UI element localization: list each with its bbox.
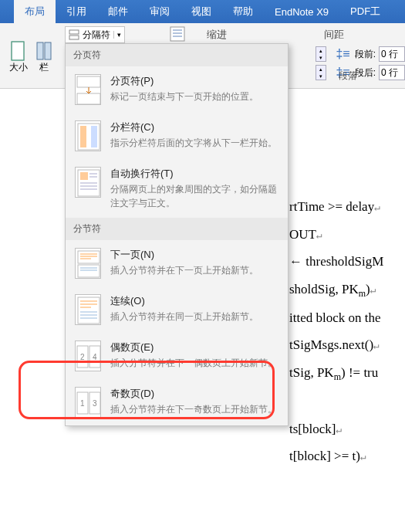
tab-endnote[interactable]: EndNote X9 [264, 0, 339, 23]
svg-text:3: 3 [93, 399, 97, 408]
menu-item-continuous[interactable]: 连续(O) 插入分节符并在同一页上开始新节。 [66, 286, 288, 333]
svg-rect-6 [170, 27, 184, 41]
menu-item-title: 连续(O) [110, 294, 278, 308]
menu-item-text-wrapping-break[interactable]: 自动换行符(T) 分隔网页上的对象周围的文字，如分隔题注文字与正文。 [66, 159, 288, 218]
breaks-label: 分隔符 [83, 29, 110, 42]
page-break-icon [75, 74, 101, 105]
spacing-label: 间距 [324, 28, 344, 42]
dropdown-header-section-breaks: 分节符 [66, 218, 288, 240]
indent-label: 缩进 [207, 28, 227, 42]
continuous-icon [75, 294, 101, 325]
svg-rect-10 [77, 76, 100, 87]
svg-rect-22 [78, 251, 100, 263]
svg-rect-5 [69, 36, 79, 39]
spacing-before-icon: ‡≡ [336, 47, 349, 61]
indent-icon [170, 26, 185, 42]
spacing-before-input[interactable] [379, 46, 405, 62]
svg-rect-16 [80, 172, 88, 180]
next-page-icon [75, 248, 101, 279]
menu-item-desc: 插入分节符并在同一页上开始新节。 [110, 310, 278, 324]
svg-rect-2 [37, 42, 43, 59]
menu-item-desc: 插入分节符并在下一偶数页上开始新节。 [110, 356, 278, 370]
chevron-down-icon: ▾ [113, 31, 121, 39]
tab-view[interactable]: 视图 [181, 0, 222, 23]
size-button[interactable]: 大小 [9, 41, 28, 74]
menu-item-desc: 插入分节符并在下一页上开始新节。 [110, 263, 278, 277]
menu-item-title: 分页符(P) [110, 74, 278, 88]
svg-text:4: 4 [93, 353, 97, 361]
menu-item-even-page[interactable]: 24 偶数页(E) 插入分节符并在下一偶数页上开始新节。 [66, 333, 288, 379]
dropdown-header-page-breaks: 分页符 [66, 44, 288, 66]
tab-references[interactable]: 引用 [56, 0, 97, 23]
menu-item-next-page[interactable]: 下一页(N) 插入分节符并在下一页上开始新节。 [66, 240, 288, 286]
svg-rect-4 [69, 30, 79, 34]
tab-help[interactable]: 帮助 [222, 0, 264, 23]
odd-page-icon: 13 [75, 387, 101, 418]
menu-item-desc: 分隔网页上的对象周围的文字，如分隔题注文字与正文。 [110, 182, 278, 210]
size-label: 大小 [9, 61, 28, 74]
spacing-after-input[interactable] [379, 65, 405, 80]
breaks-dropdown-button[interactable]: 分隔符 ▾ [65, 26, 125, 43]
paragraph-group-label: 段落 [339, 69, 357, 83]
ribbon-tabs: 布局 引用 邮件 审阅 视图 帮助 EndNote X9 PDF工 [0, 0, 405, 23]
document-content: rtTime >= delay↵ OUT↵ ← thresholdSigM sh… [289, 193, 383, 470]
menu-item-desc: 插入分节符并在下一奇数页上开始新节。 [110, 402, 278, 416]
tab-review[interactable]: 审阅 [139, 0, 181, 23]
svg-text:2: 2 [80, 353, 85, 361]
after-label: 段后: [355, 66, 376, 80]
breaks-icon [69, 29, 79, 40]
menu-item-desc: 指示分栏符后面的文字将从下一栏开始。 [110, 136, 278, 150]
svg-rect-0 [12, 42, 24, 60]
menu-item-title: 分栏符(C) [110, 120, 278, 134]
even-page-icon: 24 [75, 341, 101, 371]
column-break-icon [75, 120, 101, 151]
spinner-left-before[interactable]: ▴▾ [316, 46, 326, 62]
menu-item-title: 奇数页(D) [110, 387, 278, 401]
svg-rect-13 [80, 126, 86, 147]
svg-rect-11 [77, 93, 100, 104]
menu-item-title: 偶数页(E) [110, 341, 278, 354]
svg-rect-3 [45, 42, 51, 59]
spinner-left-after[interactable]: ▴▾ [316, 65, 326, 80]
svg-text:1: 1 [80, 399, 85, 408]
menu-item-column-break[interactable]: 分栏符(C) 指示分栏符后面的文字将从下一栏开始。 [66, 113, 288, 159]
menu-item-page-break[interactable]: 分页符(P) 标记一页结束与下一页开始的位置。 [66, 66, 288, 113]
tab-mailings[interactable]: 邮件 [97, 0, 139, 23]
svg-rect-26 [78, 265, 100, 277]
columns-icon [35, 41, 52, 61]
columns-label: 栏 [35, 61, 52, 74]
before-label: 段前: [355, 48, 376, 61]
columns-button[interactable]: 栏 [35, 41, 52, 74]
menu-item-title: 下一页(N) [110, 248, 278, 262]
tab-pdf[interactable]: PDF工 [339, 0, 391, 23]
svg-rect-14 [91, 126, 97, 147]
page-size-icon [9, 41, 28, 61]
menu-item-desc: 标记一页结束与下一页开始的位置。 [110, 90, 278, 103]
menu-item-title: 自动换行符(T) [110, 167, 278, 181]
breaks-dropdown-menu: 分页符 分页符(P) 标记一页结束与下一页开始的位置。 分栏符(C) 指示分栏符… [65, 43, 289, 426]
menu-item-odd-page[interactable]: 13 奇数页(D) 插入分节符并在下一奇数页上开始新节。 [66, 379, 288, 425]
tab-layout[interactable]: 布局 [14, 0, 56, 23]
text-wrap-icon [75, 167, 101, 198]
